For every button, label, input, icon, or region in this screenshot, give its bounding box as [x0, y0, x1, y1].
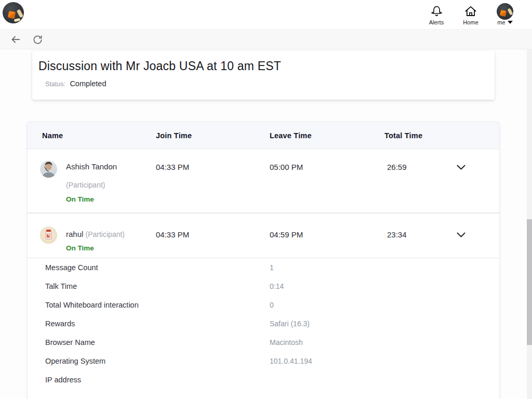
participant-name: Ashish Tandon — [66, 162, 117, 171]
participant-role: (Participant) — [86, 230, 125, 238]
reload-button[interactable] — [31, 33, 44, 46]
top-header: Alerts Home me — [0, 0, 532, 30]
meeting-summary-card: Discussion with Mr Joacb USA at 10 am ES… — [32, 51, 495, 100]
expand-row-chevron[interactable] — [457, 163, 467, 174]
detail-label: Browser Name — [45, 338, 95, 347]
join-time: 04:33 PM — [156, 163, 189, 171]
logo-hand-icon — [17, 9, 24, 18]
logo-cube-icon — [500, 9, 507, 16]
home-label: Home — [463, 19, 478, 25]
column-header-total: Total Time — [384, 131, 422, 140]
leave-time: 05:00 PM — [270, 163, 303, 171]
leave-time: 04:59 PM — [270, 230, 303, 239]
detail-label: Total Whiteboard interaction — [45, 301, 139, 309]
logo-cube-icon — [8, 11, 16, 19]
detail-label: IP address — [45, 376, 81, 384]
detail-value: 0 — [270, 301, 274, 309]
avatar-graphic — [45, 231, 52, 240]
bell-icon — [430, 4, 443, 19]
participant-details-list: Message Count 1 Talk Time 0:14 Total Whi… — [28, 258, 499, 389]
me-menu-button[interactable]: me — [493, 4, 517, 25]
column-header-leave: Leave Time — [270, 131, 312, 140]
home-icon — [464, 4, 477, 19]
punctuality-badge: On Time — [66, 195, 94, 203]
alerts-button[interactable]: Alerts — [424, 4, 449, 25]
table-header-row: Name Join Time Leave Time Total Time — [28, 122, 499, 149]
detail-label: Talk Time — [45, 282, 77, 290]
punctuality-badge: On Time — [66, 244, 94, 252]
meeting-status: Status: Completed — [45, 79, 488, 88]
detail-value: 0:14 — [270, 282, 284, 290]
logo-hand-icon — [507, 8, 513, 15]
scrollbar-thumb[interactable] — [527, 219, 532, 345]
participant-role-line: (Participant) — [66, 180, 105, 190]
participant-name-text: rahul — [66, 230, 83, 238]
detail-row: Message Count 1 — [28, 258, 499, 277]
status-value: Completed — [70, 79, 106, 88]
user-avatar — [497, 4, 513, 19]
table-row: rahul (Participant) On Time 04:33 PM 04:… — [28, 214, 499, 258]
total-time: 26:59 — [387, 163, 407, 171]
detail-value: Macintosh — [270, 338, 303, 347]
detail-value: Safari (16.3) — [270, 320, 310, 328]
header-actions: Alerts Home me — [424, 4, 517, 25]
detail-row: IP address — [28, 370, 499, 389]
home-button[interactable]: Home — [458, 4, 483, 25]
table-row: Ashish Tandon (Participant) On Time 04:3… — [28, 149, 499, 214]
participants-table: Name Join Time Leave Time Total Time Ash… — [27, 122, 500, 399]
detail-label: Rewards — [45, 320, 75, 328]
join-time: 04:33 PM — [156, 230, 189, 239]
detail-value: 101.0.41.194 — [270, 357, 312, 365]
column-header-name: Name — [42, 131, 63, 140]
detail-row: Total Whiteboard interaction 0 — [28, 296, 499, 314]
detail-row: Browser Name Macintosh — [28, 333, 499, 352]
detail-label: Message Count — [45, 263, 98, 272]
me-label-text: me — [497, 19, 505, 25]
detail-value: 1 — [270, 263, 274, 272]
avatar — [40, 227, 57, 244]
participant-name: rahul (Participant) — [66, 230, 125, 238]
brand-logo[interactable] — [3, 2, 24, 23]
chevron-down-icon — [508, 21, 513, 24]
me-label: me — [497, 19, 512, 25]
detail-row: Talk Time 0:14 — [28, 277, 499, 296]
detail-row: Rewards Safari (16.3) — [28, 314, 499, 333]
total-time: 23:34 — [387, 230, 407, 239]
expand-row-chevron[interactable] — [457, 231, 467, 241]
detail-row: Operating System 101.0.41.194 — [28, 352, 499, 370]
column-header-join: Join Time — [156, 131, 192, 140]
me-avatar-image — [497, 3, 513, 20]
meeting-title: Discussion with Mr Joacb USA at 10 am ES… — [38, 59, 488, 73]
detail-label: Operating System — [45, 357, 105, 365]
status-label: Status: — [45, 81, 65, 88]
back-button[interactable] — [9, 33, 22, 46]
logo-chalk-icon — [14, 18, 21, 22]
avatar — [40, 161, 57, 178]
alerts-label: Alerts — [429, 19, 444, 25]
participant-role: (Participant) — [66, 181, 105, 189]
navigation-bar — [0, 30, 532, 49]
